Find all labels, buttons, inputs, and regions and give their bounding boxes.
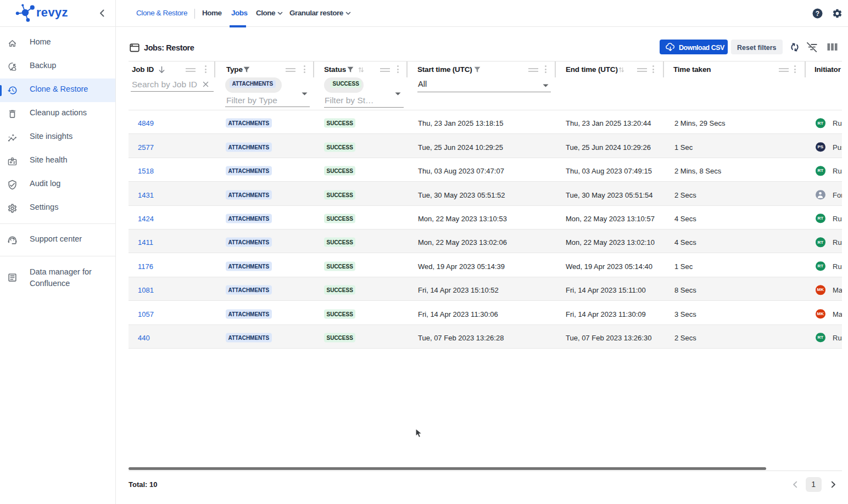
svg-text:?: ?	[816, 9, 819, 17]
